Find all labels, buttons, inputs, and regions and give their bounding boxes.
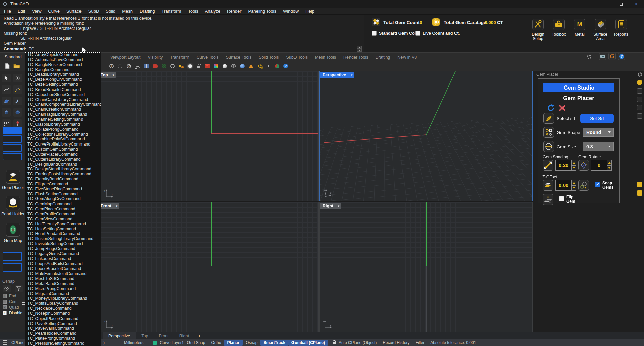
render-button[interactable]	[152, 63, 158, 69]
autocomplete-item[interactable]: TC_NecklaceCommand	[25, 306, 101, 311]
autocomplete-item[interactable]: TC_BezelAlongCrvCommand	[25, 77, 101, 82]
panel-tab-icon[interactable]	[637, 105, 642, 110]
toolbar-tab[interactable]: Viewport Layout	[107, 55, 144, 60]
autocomplete-item[interactable]: TC_MoneyClipLibraryCommand	[25, 296, 101, 301]
toolbar-help-button[interactable]: ?	[282, 63, 289, 69]
autocomplete-item[interactable]: TC_CombinePolySrfCommand	[25, 137, 101, 142]
menu-item[interactable]: Window	[280, 8, 302, 15]
tab-standard[interactable]: Standard	[5, 55, 22, 59]
autocomplete-item[interactable]: TC_GemProfileCommand	[25, 212, 101, 217]
select-tool-button[interactable]	[2, 74, 11, 82]
viewport-front[interactable]: zx	[101, 202, 319, 332]
autocomplete-item[interactable]: TC_CutterPlacerCommand	[25, 152, 101, 157]
curve-tool[interactable]	[2, 85, 11, 94]
menu-item[interactable]: Help	[302, 8, 318, 15]
toolbar-tab[interactable]: Curve Tools	[193, 55, 222, 60]
toolbar-tab[interactable]: Transform	[166, 55, 193, 60]
dimension-button[interactable]	[265, 63, 272, 69]
select-srf-button-icon[interactable]	[543, 113, 554, 124]
sun-button[interactable]	[248, 63, 254, 69]
tool-slot[interactable]	[3, 263, 22, 272]
zoom-plus-button[interactable]: +	[108, 63, 115, 69]
autocomplete-item[interactable]: TC_MaleFemaleJointCommand	[25, 271, 101, 276]
surface-tool[interactable]	[2, 97, 11, 105]
chevron-down-icon[interactable]: ▾	[114, 203, 119, 209]
menu-item[interactable]: Analyze	[202, 8, 224, 15]
gem-snap-icon-box[interactable]	[578, 180, 589, 191]
layer-color-swatch[interactable]	[153, 341, 157, 345]
viewport-tab[interactable]: Front	[153, 332, 174, 339]
viewport-perspective-menu[interactable]: Perspective▾	[320, 72, 354, 78]
autocomplete-item[interactable]: TC_GemViewCommand	[25, 217, 101, 222]
sync-button[interactable]	[608, 53, 616, 60]
tool-slot[interactable]	[3, 252, 22, 261]
autocomplete-item[interactable]: TC_IllusionSettingLibraryCommand	[25, 236, 101, 241]
menu-item[interactable]: Transform	[158, 8, 185, 15]
autocomplete-item[interactable]: TC_GemMapCommand	[25, 201, 101, 207]
undo-view-button[interactable]	[134, 63, 141, 69]
toolbar-tab[interactable]: Mesh Tools	[311, 55, 340, 60]
cplane-grid-icon[interactable]	[3, 340, 7, 345]
snap-gems-checkbox[interactable]: ✓	[595, 182, 600, 187]
status-item[interactable]: Absolute tolerance: 0.001	[427, 340, 479, 346]
autocomplete-item[interactable]: TC_JumpRingsCommand	[25, 246, 101, 251]
capture-button[interactable]	[599, 53, 606, 60]
autocomplete-item[interactable]: TC_PearlHolderCommand	[25, 331, 101, 336]
autocomplete-item[interactable]: TC_BanglesCommand	[25, 67, 101, 72]
autocomplete-item[interactable]: TC_CollectionsLibraryCommand	[25, 132, 101, 137]
autocomplete-item[interactable]: TC_BangleResizerCommand	[25, 62, 101, 67]
autocomplete-item[interactable]: TC_DesignBandCommand	[25, 162, 101, 167]
autocomplete-item[interactable]: TC_CustomGemCommand	[25, 147, 101, 152]
autocomplete-item[interactable]: TC_ChainCapsLibraryCommand	[25, 97, 101, 102]
autocomplete-item[interactable]: TC_MilgrainCommand	[25, 291, 101, 296]
autocomplete-item[interactable]: TC_MetalBandCommand	[25, 281, 101, 286]
autocomplete-item[interactable]: TC_ChainCreationCommand	[25, 107, 101, 112]
menu-item[interactable]: Drafting	[136, 8, 158, 15]
surface-area-button[interactable]: Area Surface Area	[592, 19, 608, 52]
autocomplete-item[interactable]: TC_PlateProngCommand	[25, 336, 101, 341]
menu-item[interactable]: Paneling Tools	[245, 8, 280, 15]
gold-tool-tab-icon[interactable]	[637, 190, 642, 196]
toolbar-settings-gear-icon[interactable]	[587, 55, 591, 59]
cplane-label[interactable]: CPlane	[11, 340, 24, 345]
gem-shape-select[interactable]: Round	[583, 128, 614, 137]
autocomplete-item[interactable]: TC_FiveStoneRingCommand	[25, 187, 101, 192]
autocomplete-item[interactable]: TC_AutomaticPaveCommand	[25, 57, 101, 62]
viewport-top[interactable]: yx	[101, 71, 319, 201]
status-toggle[interactable]: Grid Snap	[184, 340, 208, 346]
flip-gem-checkbox[interactable]	[559, 196, 564, 201]
gem-size-select[interactable]: 0.8	[583, 142, 614, 151]
gem-studio-button[interactable]: Gem Studio	[543, 83, 614, 92]
autocomplete-item[interactable]: TC_MicroProngCommand	[25, 286, 101, 291]
panel-gear-icon[interactable]	[638, 72, 642, 77]
command-input[interactable]: TC_	[29, 46, 37, 51]
chevron-down-icon[interactable]: ▾	[336, 203, 341, 209]
tool-slot[interactable]	[3, 135, 22, 143]
z-offset-input[interactable]: 0.00	[555, 180, 576, 191]
viewport-tab[interactable]: Perspective	[103, 332, 136, 339]
autocomplete-item[interactable]: TC_ArrayObjectsCommand	[25, 52, 101, 57]
autocomplete-item[interactable]: TC_CurveProfileLibraryCommand	[25, 142, 101, 147]
osnap-snap-icon[interactable]	[3, 285, 11, 292]
status-item[interactable]: Auto CPlane (Object)	[336, 340, 380, 346]
new-file-button[interactable]	[4, 63, 11, 69]
autocomplete-item[interactable]: TC_ChainComponentsLibraryCommand	[25, 102, 101, 107]
sphere-tool[interactable]	[13, 108, 22, 117]
design-setup-button[interactable]: Design Setup	[530, 19, 546, 52]
menu-item[interactable]: SubD	[85, 8, 103, 15]
units-label[interactable]: Millimeters	[124, 340, 143, 345]
toolbar-tab[interactable]: SubD Tools	[282, 55, 311, 60]
point-tool-button[interactable]	[178, 63, 184, 69]
status-toggle[interactable]: Gumball (CPlane)	[288, 340, 328, 346]
autocomplete-item[interactable]: TC_FlushSettingCommand	[25, 192, 101, 197]
gem-spacing-input[interactable]: 0.20	[555, 160, 576, 171]
autocomplete-item[interactable]: TC_CollateProngCommand	[25, 127, 101, 132]
toolbar-tab[interactable]: Drafting	[372, 55, 394, 60]
autocomplete-item[interactable]: TC_EternityBandCommand	[25, 177, 101, 182]
menu-item[interactable]: Mesh	[119, 8, 136, 15]
autocomplete-item[interactable]: TC_HalfEternityBandCommand	[25, 222, 101, 227]
viewport-right-menu[interactable]: Right▾	[320, 203, 341, 209]
autocomplete-item[interactable]: TC_BroadBraceletCommand	[25, 87, 101, 92]
material-sphere-button[interactable]	[221, 63, 228, 69]
viewport-perspective[interactable]: yx	[319, 71, 533, 201]
